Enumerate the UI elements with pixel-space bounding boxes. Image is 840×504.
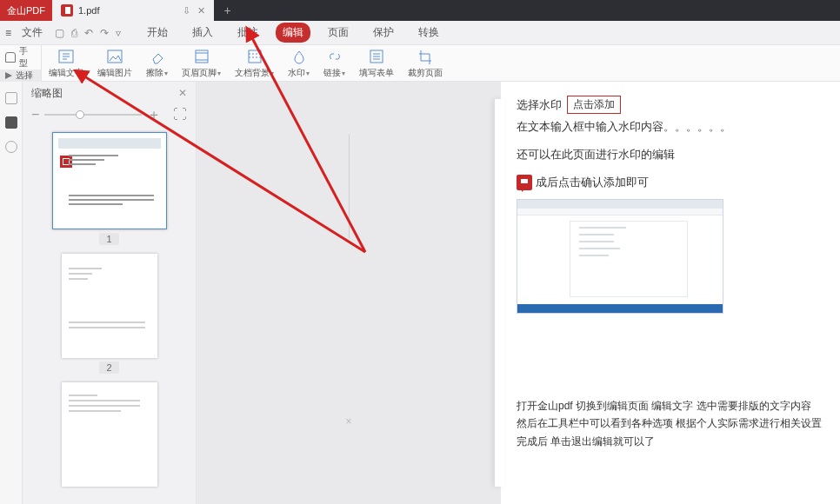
new-tab-button[interactable]: + (214, 0, 240, 21)
zoom-in-icon[interactable]: ＋ (147, 106, 161, 124)
rail-bookmark-icon[interactable] (5, 92, 17, 104)
background-icon (246, 49, 263, 64)
tab-close-icon[interactable]: ✕ (197, 5, 205, 17)
thumbnail-page-3[interactable] (62, 382, 157, 487)
svg-rect-2 (196, 50, 208, 63)
page-number-1: 1 (99, 233, 118, 245)
tab-protect[interactable]: 保护 (366, 23, 401, 43)
thumbnail-list[interactable]: 1 2 (23, 125, 196, 504)
document-tab[interactable]: 1.pdf ⇩ ✕ (52, 0, 214, 21)
r1-text-b: 在文本输入框中输入水印内容。。。。。。 (517, 119, 731, 135)
select-tool[interactable]: 选择 (0, 70, 41, 82)
svg-rect-5 (249, 50, 261, 63)
form-button[interactable]: 填写表单 (359, 49, 394, 79)
thumbnail-title: 缩略图 (31, 86, 63, 101)
canvas-divider (349, 134, 350, 238)
tab-start[interactable]: 开始 (140, 23, 175, 43)
form-label: 填写表单 (359, 67, 394, 79)
comment-icon (517, 175, 532, 190)
background-button[interactable]: 文档背景▾ (235, 49, 274, 79)
hand-icon (5, 52, 16, 63)
rail-attachment-icon[interactable] (5, 141, 17, 153)
toolbar-group: 编辑文字 编辑图片 擦除▾ 页眉页脚▾ 文档背景▾ 水印▾ 链接▾ 填写表单 (42, 45, 450, 81)
hamburger-icon[interactable]: ≡ (5, 27, 11, 39)
erase-label: 擦除▾ (146, 67, 168, 79)
erase-icon (149, 49, 166, 64)
tab-convert[interactable]: 转换 (411, 23, 446, 43)
r2-text: 还可以在此页面进行水印的编辑 (517, 147, 824, 162)
menubar: ≡ 文件 ▢ ⎙ ↶ ↷ ▿ 开始 插入 批注 编辑 页面 保护 转换 (0, 21, 840, 45)
hand-label: 手型 (19, 45, 36, 70)
crop-button[interactable]: 裁剪页面 (408, 49, 443, 79)
app-brand: 金山PDF (0, 0, 52, 21)
link-icon (326, 49, 343, 64)
edit-image-button[interactable]: 编辑图片 (97, 49, 132, 79)
edit-text-icon (57, 49, 75, 64)
form-icon (368, 49, 385, 64)
qa-dropdown-icon[interactable]: ▿ (114, 27, 123, 39)
r3-text: 成后点击确认添加即可 (536, 175, 649, 190)
tab-annotate[interactable]: 批注 (230, 23, 265, 43)
thumbnail-close-icon[interactable]: ✕ (178, 87, 187, 99)
watermark-icon (290, 49, 308, 64)
edit-image-label: 编辑图片 (97, 67, 132, 79)
r1-text-a: 选择水印 (517, 97, 562, 113)
add-watermark-button[interactable]: 点击添加 (567, 96, 621, 114)
thumbnail-panel: 缩略图 ✕ − ＋ ⛶ 1 (23, 82, 197, 504)
para-line-1: 打开金山pdf 切换到编辑页面 编辑文字 选中需要排版的文字内容 (517, 397, 824, 414)
tab-insert[interactable]: 插入 (185, 23, 220, 43)
thumbnail-page-2[interactable] (62, 254, 157, 358)
workspace: 缩略图 ✕ − ＋ ⛶ 1 (0, 82, 840, 504)
watermark-button[interactable]: 水印▾ (288, 49, 310, 79)
zoom-out-icon[interactable]: − (31, 107, 39, 123)
document-canvas[interactable]: × (197, 82, 501, 504)
hand-tool[interactable]: 手型 (0, 45, 41, 70)
select-label: 选择 (16, 70, 33, 82)
qa-print-icon[interactable]: ⎙ (70, 27, 79, 39)
background-label: 文档背景▾ (235, 67, 274, 79)
tab-page[interactable]: 页面 (321, 23, 356, 43)
toolbar: 手型 选择 编辑文字 编辑图片 擦除▾ 页眉页脚▾ 文档背景▾ 水 (0, 45, 840, 82)
page-edge (494, 99, 504, 487)
ribbon-tabs: 开始 插入 批注 编辑 页面 保护 转换 (140, 23, 446, 43)
watermark-label: 水印▾ (288, 67, 310, 79)
link-button[interactable]: 链接▾ (323, 49, 345, 79)
para-line-3: 完成后 单击退出编辑就可以了 (517, 433, 824, 450)
thumbnail-page-1[interactable] (52, 132, 167, 229)
header-footer-label: 页眉页脚▾ (182, 67, 221, 79)
qa-undo-icon[interactable]: ↶ (83, 27, 95, 39)
file-menu[interactable]: 文件 (17, 23, 48, 42)
instruction-paragraph: 打开金山pdf 切换到编辑页面 编辑文字 选中需要排版的文字内容 然后在工具栏中… (517, 397, 824, 450)
right-panel: 选择水印 点击添加 在文本输入框中输入水印内容。。。。。。 还可以在此页面进行水… (501, 82, 840, 504)
thumbnail-controls: − ＋ ⛶ (23, 104, 196, 125)
link-label: 链接▾ (323, 67, 345, 79)
edit-text-label: 编辑文字 (49, 67, 83, 79)
crop-icon (417, 49, 434, 64)
qa-save-icon[interactable]: ▢ (53, 27, 66, 39)
header-footer-button[interactable]: 页眉页脚▾ (182, 49, 221, 79)
page-number-2: 2 (99, 361, 118, 374)
titlebar: 金山PDF 1.pdf ⇩ ✕ + (0, 0, 840, 21)
pdf-icon (61, 4, 73, 17)
thumbnail-zoom-slider[interactable] (44, 114, 142, 116)
crop-label: 裁剪页面 (408, 67, 443, 79)
edit-text-button[interactable]: 编辑文字 (49, 49, 83, 79)
siderail (0, 82, 23, 504)
tab-pin-icon[interactable]: ⇩ (183, 5, 190, 17)
document-tab-label: 1.pdf (78, 5, 99, 16)
quick-access: ▢ ⎙ ↶ ↷ ▿ (53, 27, 123, 39)
qa-redo-icon[interactable]: ↷ (98, 27, 110, 39)
erase-button[interactable]: 擦除▾ (146, 49, 168, 79)
canvas-center-mark: × (345, 415, 351, 428)
para-line-2: 然后在工具栏中可以看到各种选项 根据个人实际需求进行相关设置 (517, 414, 824, 432)
edit-image-icon (106, 49, 123, 64)
screenshot-preview (517, 199, 723, 314)
thumbnail-expand-icon[interactable]: ⛶ (173, 107, 187, 123)
rail-thumbnail-icon[interactable] (5, 116, 17, 129)
pointer-mode: 手型 选择 (0, 45, 42, 81)
header-footer-icon (193, 49, 210, 64)
arrow-icon (5, 72, 12, 79)
tab-edit[interactable]: 编辑 (276, 23, 310, 43)
tab-controls: ⇩ ✕ (183, 5, 205, 17)
